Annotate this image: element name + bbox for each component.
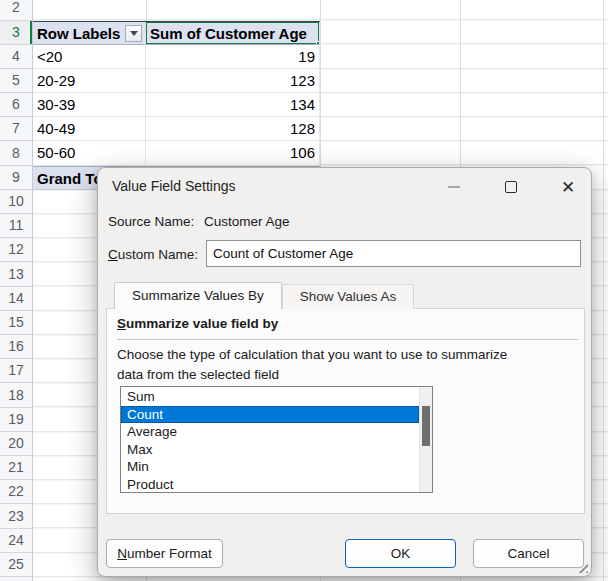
calc-option-max[interactable]: Max bbox=[121, 441, 419, 459]
pivot-row-label[interactable]: 40-49 bbox=[33, 117, 146, 141]
listbox-scrollbar-thumb[interactable] bbox=[422, 406, 430, 446]
pivot-row-value[interactable]: 134 bbox=[146, 93, 320, 117]
row-header-14[interactable]: 14 bbox=[0, 287, 32, 311]
row-header-3[interactable]: 3 bbox=[0, 21, 32, 45]
calc-option-count[interactable]: Count bbox=[121, 406, 419, 424]
pivot-header-row: Row Labels Sum of Customer Age bbox=[33, 21, 320, 45]
source-name-value: Customer Age bbox=[204, 214, 290, 229]
pivot-row: 50-60106 bbox=[33, 141, 320, 165]
row-header-15[interactable]: 15 bbox=[0, 311, 32, 335]
row-header-19[interactable]: 19 bbox=[0, 408, 32, 432]
row-header-22[interactable]: 22 bbox=[0, 480, 32, 504]
calc-option-average[interactable]: Average bbox=[121, 423, 419, 441]
custom-name-label: Custom Name: bbox=[108, 247, 198, 262]
calc-option-product[interactable]: Product bbox=[121, 476, 419, 494]
pivot-header-sum-of-customer-age[interactable]: Sum of Customer Age bbox=[146, 22, 320, 45]
cancel-button[interactable]: Cancel bbox=[473, 539, 584, 568]
pivot-row: 40-49128 bbox=[33, 117, 320, 141]
row-header-11[interactable]: 11 bbox=[0, 214, 32, 238]
pivot-row-value[interactable]: 128 bbox=[146, 117, 320, 141]
row-header-12[interactable]: 12 bbox=[0, 238, 32, 262]
maximize-button[interactable] bbox=[496, 173, 526, 201]
description-line-2: data from the selected field bbox=[117, 367, 279, 382]
pivot-row-value[interactable]: 106 bbox=[146, 141, 320, 165]
row-header-10[interactable]: 10 bbox=[0, 190, 32, 214]
row-header-9[interactable]: 9 bbox=[0, 166, 32, 190]
section-divider bbox=[117, 339, 578, 340]
row-labels-filter-button[interactable] bbox=[125, 25, 142, 42]
listbox-scrollbar[interactable] bbox=[419, 387, 432, 492]
pivot-row-value[interactable]: 19 bbox=[146, 45, 320, 69]
row-header-6[interactable]: 6 bbox=[0, 93, 32, 117]
pivot-header-row-labels[interactable]: Row Labels bbox=[33, 22, 146, 45]
row-header-2[interactable]: 2 bbox=[0, 0, 32, 21]
calc-option-sum[interactable]: Sum bbox=[121, 388, 419, 406]
pivot-row-label[interactable]: 20-29 bbox=[33, 69, 146, 93]
calculation-listbox[interactable]: SumCountAverageMaxMinProduct bbox=[120, 386, 433, 493]
row-header-13[interactable]: 13 bbox=[0, 263, 32, 287]
minimize-icon bbox=[448, 186, 460, 188]
sheet-gridline-vertical bbox=[603, 0, 604, 581]
row-labels-text: Row Labels bbox=[37, 25, 120, 42]
tab-summarize-values-by[interactable]: Summarize Values By bbox=[114, 282, 282, 309]
row-header-21[interactable]: 21 bbox=[0, 456, 32, 480]
row-header-7[interactable]: 7 bbox=[0, 117, 32, 141]
sum-header-text: Sum of Customer Age bbox=[150, 25, 307, 42]
close-button[interactable]: ✕ bbox=[553, 173, 583, 201]
row-header-17[interactable]: 17 bbox=[0, 359, 32, 383]
row-header-25[interactable]: 25 bbox=[0, 553, 32, 577]
source-name-label: Source Name: bbox=[108, 214, 194, 229]
ok-button[interactable]: OK bbox=[345, 539, 456, 568]
pivot-row: <2019 bbox=[33, 45, 320, 69]
filter-dropdown-icon bbox=[130, 31, 138, 36]
description-line-1: Choose the type of calculation that you … bbox=[117, 347, 507, 362]
pivot-row-label[interactable]: 30-39 bbox=[33, 93, 146, 117]
pivot-body: <201920-2912330-3913440-4912850-60106 bbox=[33, 45, 320, 166]
row-header-column: 2345678910111213141516171819202122232425… bbox=[0, 0, 33, 581]
row-header-24[interactable]: 24 bbox=[0, 529, 32, 553]
row-header-23[interactable]: 23 bbox=[0, 505, 32, 529]
row-header-26[interactable]: 26 bbox=[0, 577, 32, 581]
pivot-row-label[interactable]: 50-60 bbox=[33, 141, 146, 165]
number-format-button[interactable]: Number Format bbox=[106, 539, 223, 568]
custom-name-input[interactable] bbox=[206, 240, 581, 267]
pivot-row-label[interactable]: <20 bbox=[33, 45, 146, 69]
selection-fill-handle[interactable] bbox=[316, 41, 320, 45]
calc-option-min[interactable]: Min bbox=[121, 458, 419, 476]
section-title: Summarize value field by bbox=[117, 316, 278, 331]
maximize-icon bbox=[505, 181, 517, 193]
row-header-20[interactable]: 20 bbox=[0, 432, 32, 456]
row-header-16[interactable]: 16 bbox=[0, 335, 32, 359]
row-header-8[interactable]: 8 bbox=[0, 142, 32, 166]
row-header-5[interactable]: 5 bbox=[0, 69, 32, 93]
value-field-settings-dialog: Value Field Settings ✕ Source Name: Cust… bbox=[97, 167, 592, 577]
tab-show-values-as[interactable]: Show Values As bbox=[282, 284, 415, 309]
row-header-4[interactable]: 4 bbox=[0, 45, 32, 69]
dialog-title: Value Field Settings bbox=[112, 178, 235, 194]
pivot-table: Row Labels Sum of Customer Age <201920-2… bbox=[33, 21, 320, 190]
window-controls: ✕ bbox=[439, 173, 583, 201]
pivot-row: 30-39134 bbox=[33, 93, 320, 117]
row-header-18[interactable]: 18 bbox=[0, 384, 32, 408]
pivot-row: 20-29123 bbox=[33, 69, 320, 93]
minimize-button[interactable] bbox=[439, 173, 469, 201]
dialog-tabs: Summarize Values By Show Values As bbox=[114, 282, 414, 309]
summarize-values-panel: Summarize value field by Choose the type… bbox=[106, 308, 585, 514]
close-icon: ✕ bbox=[561, 179, 575, 196]
pivot-row-value[interactable]: 123 bbox=[146, 69, 320, 93]
